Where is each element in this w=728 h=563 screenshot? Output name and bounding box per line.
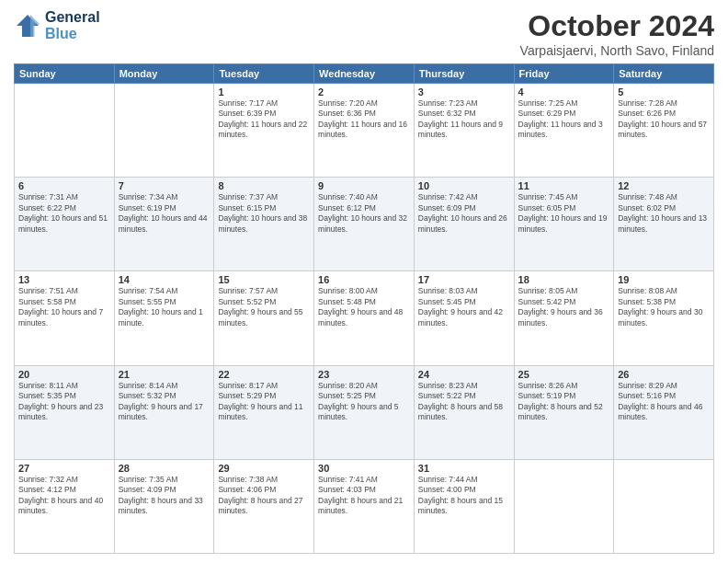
day-number: 20 <box>18 369 110 380</box>
day-number: 8 <box>218 180 310 191</box>
day-number: 19 <box>618 274 710 285</box>
day-info: Sunrise: 7:41 AM Sunset: 4:03 PM Dayligh… <box>318 475 410 517</box>
day-number: 16 <box>318 274 410 285</box>
header-row: Sunday Monday Tuesday Wednesday Thursday… <box>15 64 714 84</box>
day-info: Sunrise: 8:26 AM Sunset: 5:19 PM Dayligh… <box>518 381 610 423</box>
day-cell: 7Sunrise: 7:34 AM Sunset: 6:19 PM Daylig… <box>114 178 214 271</box>
day-cell: 5Sunrise: 7:28 AM Sunset: 6:26 PM Daylig… <box>614 84 714 178</box>
day-number: 27 <box>18 463 110 474</box>
day-number: 4 <box>518 86 610 98</box>
day-info: Sunrise: 7:31 AM Sunset: 6:22 PM Dayligh… <box>18 192 110 235</box>
day-number: 31 <box>418 463 510 474</box>
col-thursday: Thursday <box>414 64 514 84</box>
day-cell: 14Sunrise: 7:54 AM Sunset: 5:55 PM Dayli… <box>114 271 214 365</box>
day-cell: 12Sunrise: 7:48 AM Sunset: 6:02 PM Dayli… <box>614 178 714 271</box>
day-number: 11 <box>518 180 610 191</box>
day-cell: 21Sunrise: 8:14 AM Sunset: 5:32 PM Dayli… <box>114 365 214 459</box>
day-number: 3 <box>418 86 510 98</box>
day-number: 23 <box>318 369 410 380</box>
col-saturday: Saturday <box>614 64 714 84</box>
day-info: Sunrise: 7:25 AM Sunset: 6:29 PM Dayligh… <box>518 98 610 141</box>
day-info: Sunrise: 7:57 AM Sunset: 5:52 PM Dayligh… <box>218 286 310 328</box>
day-number: 2 <box>318 86 410 98</box>
day-number: 25 <box>518 369 610 380</box>
day-cell: 27Sunrise: 7:32 AM Sunset: 4:12 PM Dayli… <box>15 459 115 553</box>
day-number: 9 <box>318 180 410 191</box>
day-number: 6 <box>18 180 110 191</box>
day-number: 17 <box>418 274 510 285</box>
day-number: 26 <box>618 369 710 380</box>
day-info: Sunrise: 7:40 AM Sunset: 6:12 PM Dayligh… <box>318 192 410 235</box>
day-info: Sunrise: 8:11 AM Sunset: 5:35 PM Dayligh… <box>18 381 110 423</box>
day-info: Sunrise: 7:38 AM Sunset: 4:06 PM Dayligh… <box>218 475 310 517</box>
day-cell: 23Sunrise: 8:20 AM Sunset: 5:25 PM Dayli… <box>314 365 415 459</box>
logo-text: General Blue <box>45 9 100 42</box>
day-cell: 10Sunrise: 7:42 AM Sunset: 6:09 PM Dayli… <box>414 178 514 271</box>
day-number: 1 <box>218 86 310 98</box>
day-number: 18 <box>518 274 610 285</box>
day-info: Sunrise: 8:00 AM Sunset: 5:48 PM Dayligh… <box>318 286 410 328</box>
day-info: Sunrise: 7:35 AM Sunset: 4:09 PM Dayligh… <box>119 475 210 517</box>
day-cell: 2Sunrise: 7:20 AM Sunset: 6:36 PM Daylig… <box>314 84 415 178</box>
day-info: Sunrise: 8:08 AM Sunset: 5:38 PM Dayligh… <box>618 286 710 328</box>
day-cell: 26Sunrise: 8:29 AM Sunset: 5:16 PM Dayli… <box>614 365 714 459</box>
week-row-4: 27Sunrise: 7:32 AM Sunset: 4:12 PM Dayli… <box>15 459 714 553</box>
svg-marker-0 <box>17 15 39 37</box>
col-wednesday: Wednesday <box>314 64 415 84</box>
day-info: Sunrise: 7:44 AM Sunset: 4:00 PM Dayligh… <box>418 475 510 517</box>
day-cell: 17Sunrise: 8:03 AM Sunset: 5:45 PM Dayli… <box>414 271 514 365</box>
day-cell: 3Sunrise: 7:23 AM Sunset: 6:32 PM Daylig… <box>414 84 514 178</box>
day-number: 10 <box>418 180 510 191</box>
day-cell: 30Sunrise: 7:41 AM Sunset: 4:03 PM Dayli… <box>314 459 415 553</box>
day-number: 29 <box>218 463 310 474</box>
day-cell: 18Sunrise: 8:05 AM Sunset: 5:42 PM Dayli… <box>514 271 614 365</box>
day-cell <box>15 84 115 178</box>
day-number: 13 <box>18 274 110 285</box>
day-cell: 1Sunrise: 7:17 AM Sunset: 6:39 PM Daylig… <box>214 84 314 178</box>
day-info: Sunrise: 7:23 AM Sunset: 6:32 PM Dayligh… <box>418 98 510 141</box>
day-info: Sunrise: 7:34 AM Sunset: 6:19 PM Dayligh… <box>119 192 210 235</box>
day-cell: 16Sunrise: 8:00 AM Sunset: 5:48 PM Dayli… <box>314 271 415 365</box>
day-info: Sunrise: 8:23 AM Sunset: 5:22 PM Dayligh… <box>418 381 510 423</box>
day-number: 5 <box>618 86 710 98</box>
day-cell: 9Sunrise: 7:40 AM Sunset: 6:12 PM Daylig… <box>314 178 415 271</box>
calendar-table: Sunday Monday Tuesday Wednesday Thursday… <box>14 63 714 554</box>
day-number: 30 <box>318 463 410 474</box>
day-cell: 22Sunrise: 8:17 AM Sunset: 5:29 PM Dayli… <box>214 365 314 459</box>
logo-icon <box>14 12 41 40</box>
day-info: Sunrise: 8:20 AM Sunset: 5:25 PM Dayligh… <box>318 381 410 423</box>
day-cell <box>114 84 214 178</box>
day-info: Sunrise: 7:28 AM Sunset: 6:26 PM Dayligh… <box>618 98 710 141</box>
day-number: 14 <box>119 274 210 285</box>
day-cell: 28Sunrise: 7:35 AM Sunset: 4:09 PM Dayli… <box>114 459 214 553</box>
day-number: 12 <box>618 180 710 191</box>
month-title: October 2024 <box>520 9 714 43</box>
col-monday: Monday <box>114 64 214 84</box>
day-info: Sunrise: 7:17 AM Sunset: 6:39 PM Dayligh… <box>218 98 310 141</box>
day-number: 7 <box>119 180 210 191</box>
day-cell: 19Sunrise: 8:08 AM Sunset: 5:38 PM Dayli… <box>614 271 714 365</box>
day-cell: 6Sunrise: 7:31 AM Sunset: 6:22 PM Daylig… <box>15 178 115 271</box>
col-tuesday: Tuesday <box>214 64 314 84</box>
day-cell: 4Sunrise: 7:25 AM Sunset: 6:29 PM Daylig… <box>514 84 614 178</box>
day-number: 22 <box>218 369 310 380</box>
day-cell: 13Sunrise: 7:51 AM Sunset: 5:58 PM Dayli… <box>15 271 115 365</box>
week-row-2: 13Sunrise: 7:51 AM Sunset: 5:58 PM Dayli… <box>15 271 714 365</box>
day-info: Sunrise: 8:05 AM Sunset: 5:42 PM Dayligh… <box>518 286 610 328</box>
day-info: Sunrise: 8:03 AM Sunset: 5:45 PM Dayligh… <box>418 286 510 328</box>
day-cell: 25Sunrise: 8:26 AM Sunset: 5:19 PM Dayli… <box>514 365 614 459</box>
day-info: Sunrise: 7:32 AM Sunset: 4:12 PM Dayligh… <box>18 475 110 517</box>
day-cell <box>514 459 614 553</box>
col-sunday: Sunday <box>15 64 115 84</box>
location-title: Varpaisjaervi, North Savo, Finland <box>520 43 714 58</box>
week-row-1: 6Sunrise: 7:31 AM Sunset: 6:22 PM Daylig… <box>15 178 714 271</box>
day-info: Sunrise: 7:51 AM Sunset: 5:58 PM Dayligh… <box>18 286 110 328</box>
day-number: 28 <box>119 463 210 474</box>
day-info: Sunrise: 7:37 AM Sunset: 6:15 PM Dayligh… <box>218 192 310 235</box>
day-cell: 15Sunrise: 7:57 AM Sunset: 5:52 PM Dayli… <box>214 271 314 365</box>
day-cell: 11Sunrise: 7:45 AM Sunset: 6:05 PM Dayli… <box>514 178 614 271</box>
day-number: 21 <box>119 369 210 380</box>
day-cell <box>614 459 714 553</box>
day-number: 24 <box>418 369 510 380</box>
logo: General Blue <box>14 9 100 42</box>
